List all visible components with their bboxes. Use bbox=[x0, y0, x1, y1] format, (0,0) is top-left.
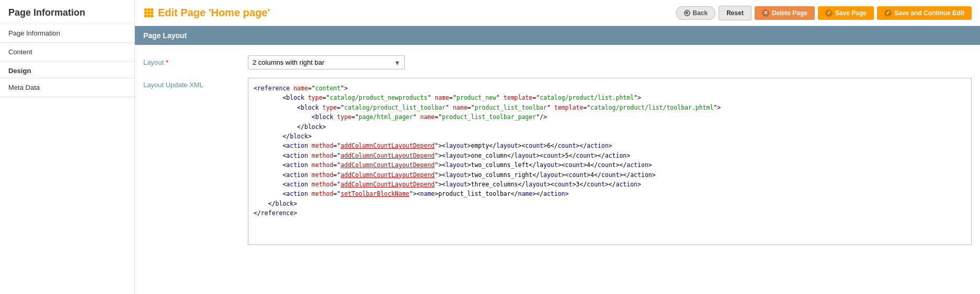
xml-textarea[interactable]: <reference name="content"> <block type="… bbox=[248, 78, 972, 245]
layout-control: Empty 1 column 2 columns with left bar 2… bbox=[248, 55, 972, 69]
back-icon bbox=[684, 10, 690, 16]
layout-select[interactable]: Empty 1 column 2 columns with left bar 2… bbox=[248, 55, 405, 69]
form-area: Layout * Empty 1 column 2 columns with l… bbox=[135, 45, 980, 294]
required-star: * bbox=[166, 58, 168, 66]
save-continue-icon: ✓ bbox=[884, 9, 892, 17]
page-title-area: Edit Page 'Home page' bbox=[143, 7, 270, 19]
top-bar: Edit Page 'Home page' Back Reset ✕ Delet… bbox=[135, 0, 980, 26]
layout-label: Layout * bbox=[143, 55, 248, 66]
layout-xml-row: Layout Update XML <reference name="conte… bbox=[143, 78, 972, 245]
sidebar-item-design[interactable]: Design bbox=[0, 62, 134, 78]
sidebar-item-content[interactable]: Content bbox=[0, 43, 134, 62]
layout-row: Layout * Empty 1 column 2 columns with l… bbox=[143, 55, 972, 69]
sidebar: Page Information Page Information Conten… bbox=[0, 0, 135, 294]
save-continue-button[interactable]: ✓ Save and Continue Edit bbox=[877, 6, 972, 20]
layout-select-wrapper: Empty 1 column 2 columns with left bar 2… bbox=[248, 55, 405, 69]
back-button[interactable]: Back bbox=[676, 6, 716, 20]
sidebar-item-page-information[interactable]: Page Information bbox=[0, 24, 134, 43]
top-buttons: Back Reset ✕ Delete Page ✓ Save Page ✓ S… bbox=[676, 6, 972, 20]
layout-xml-label: Layout Update XML bbox=[143, 78, 248, 89]
main-content: Edit Page 'Home page' Back Reset ✕ Delet… bbox=[135, 0, 980, 294]
save-button[interactable]: ✓ Save Page bbox=[818, 6, 874, 20]
save-icon: ✓ bbox=[825, 9, 833, 17]
reset-button[interactable]: Reset bbox=[719, 6, 751, 20]
grid-icon bbox=[143, 8, 154, 18]
delete-button[interactable]: ✕ Delete Page bbox=[755, 6, 815, 20]
page-title: Edit Page 'Home page' bbox=[158, 7, 270, 19]
sidebar-item-meta-data[interactable]: Meta Data bbox=[0, 78, 134, 97]
layout-xml-control: <reference name="content"> <block type="… bbox=[248, 78, 972, 245]
section-header: Page Layout bbox=[135, 26, 980, 45]
delete-icon: ✕ bbox=[762, 9, 769, 17]
sidebar-title: Page Information bbox=[0, 0, 134, 24]
